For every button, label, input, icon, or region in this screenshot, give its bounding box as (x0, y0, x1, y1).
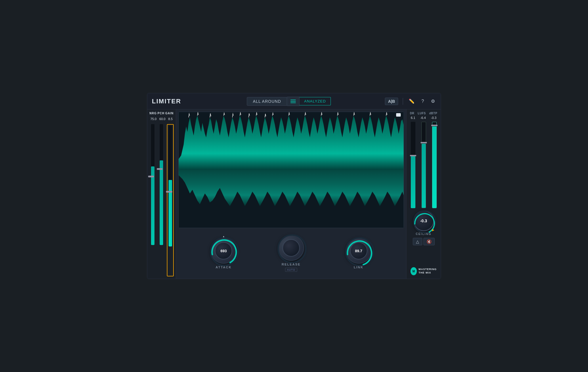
main-content: NRG PCH GAIN 75.0 60.0 8.5 (147, 109, 441, 279)
right-meter-values: 6.1 -6.4 -0.3 (408, 116, 439, 119)
lufs-meter-bg (421, 122, 426, 208)
dr-handle[interactable] (410, 155, 416, 156)
lufs-label: LUFS (418, 112, 426, 115)
lufs-meter (421, 122, 426, 208)
nrg-label: NRG (149, 112, 156, 115)
pch-meter-fill (160, 160, 163, 245)
nrg-meter (149, 124, 156, 276)
link-value: 89.7 (355, 249, 362, 253)
nrg-meter-fill (151, 166, 154, 245)
lufs-meter-fill (422, 144, 426, 208)
dbtp-value: -0.3 (431, 116, 436, 119)
ceiling-btn2[interactable]: 🔇 (423, 238, 435, 245)
ceiling-indicator: ▶ (432, 228, 434, 231)
ceiling-section: -0.3 ▶ CEILING △ 🔇 (408, 210, 439, 245)
dr-meter (411, 122, 415, 208)
dbtp-meter-bg (432, 122, 437, 208)
attack-value: 693 (220, 249, 227, 253)
menu-button[interactable] (287, 97, 299, 106)
header-right: A|B ✏️ ? ⚙ (385, 97, 436, 105)
gain-label: GAIN (165, 112, 174, 115)
dr-value: 6.1 (411, 116, 415, 119)
release-knob-inner (282, 239, 300, 257)
header: LIMITER ALL AROUND ANALYZED A|B ✏️ ? ⚙ (147, 93, 441, 109)
hamburger-line3 (291, 103, 296, 103)
pch-meter (158, 124, 165, 276)
gain-meter-fill (169, 180, 172, 246)
pch-meter-bg (160, 124, 163, 245)
pch-label: PCH (158, 112, 165, 115)
dbtp-meter-fill (432, 126, 436, 208)
release-knob[interactable] (278, 235, 304, 261)
attack-knob[interactable]: ▲ 693 (211, 238, 236, 264)
header-divider (403, 98, 403, 105)
gain-handle[interactable] (166, 191, 172, 193)
ceiling-buttons: △ 🔇 (413, 238, 435, 245)
center-panel: ▲ 693 ATTACK (176, 109, 406, 279)
dr-meter-fill (411, 156, 415, 208)
nrg-value: 75.0 (150, 117, 156, 121)
controls-area: ▲ 693 ATTACK (178, 230, 404, 276)
link-knob-inner: 89.7 (350, 242, 367, 259)
question-icon[interactable]: ? (420, 98, 425, 105)
dbtp-label: dBTP (429, 112, 437, 115)
gain-value: 8.5 (168, 117, 173, 121)
analyzed-button[interactable]: ANALYZED (299, 97, 331, 105)
dr-label: DR (410, 112, 414, 115)
logo-circle: M (411, 267, 417, 275)
mute-icon: 🔇 (427, 239, 432, 244)
pch-value: 60.0 (159, 117, 165, 121)
right-panel: DR LUFS dBTP 6.1 -6.4 -0.3 (406, 109, 441, 279)
ceiling-knob[interactable]: -0.3 ▶ (413, 210, 434, 231)
waveform-svg (179, 112, 404, 228)
attack-knob-inner: 693 (215, 242, 232, 259)
ceiling-value: -0.3 (420, 219, 427, 223)
hamburger-line2 (291, 101, 296, 102)
left-meters-row (149, 124, 174, 276)
link-group: 89.7 LINK (346, 238, 372, 269)
meter-labels: NRG PCH GAIN (149, 112, 174, 115)
lufs-value: -6.4 (420, 116, 426, 119)
dr-meter-bg (411, 122, 415, 208)
logo-area: M MASTERING THE MIX (408, 266, 439, 276)
lufs-handle[interactable] (421, 142, 427, 143)
plugin-container: LIMITER ALL AROUND ANALYZED A|B ✏️ ? ⚙ N… (147, 93, 441, 279)
logo-text: MASTERING THE MIX (419, 268, 437, 274)
waveform-thumb (396, 113, 401, 117)
right-meter-labels: DR LUFS dBTP (408, 112, 439, 115)
gear-icon[interactable]: ⚙ (430, 97, 436, 105)
link-knob[interactable]: 89.7 (346, 238, 372, 264)
waveform-container[interactable] (178, 112, 404, 228)
hamburger-line1 (291, 100, 296, 100)
ab-button[interactable]: A|B (385, 98, 398, 105)
gain-meter-bg (169, 126, 172, 246)
release-group: RELEASE AUTO (278, 235, 304, 272)
nrg-meter-bg (151, 124, 154, 245)
dbtp-meter (432, 122, 437, 208)
meter-values: 75.0 60.0 8.5 (149, 117, 174, 121)
pch-handle[interactable] (157, 168, 163, 170)
plugin-title: LIMITER (152, 98, 181, 105)
preset-name[interactable]: ALL AROUND (247, 97, 287, 106)
header-center: ALL AROUND ANALYZED (193, 97, 385, 106)
release-sublabel: AUTO (285, 268, 297, 272)
right-meters-row (408, 122, 439, 208)
attack-group: ▲ 693 ATTACK (211, 238, 236, 269)
dbtp-handle[interactable] (431, 125, 438, 126)
brush-icon[interactable]: ✏️ (408, 97, 416, 105)
gain-meter (167, 124, 174, 276)
left-panel: NRG PCH GAIN 75.0 60.0 8.5 (147, 109, 176, 279)
nrg-handle[interactable] (148, 176, 154, 177)
ceiling-btn1[interactable]: △ (413, 238, 422, 245)
